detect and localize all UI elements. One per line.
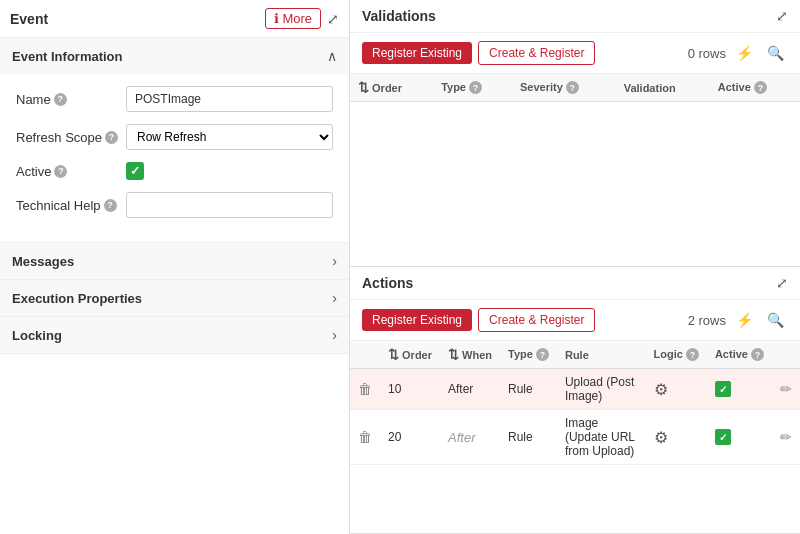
- delete-icon[interactable]: 🗑: [358, 381, 372, 397]
- locking-title: Locking: [12, 328, 62, 343]
- edit-cell: ✏: [772, 410, 800, 465]
- validations-row-count: 0 rows: [688, 46, 726, 61]
- more-button[interactable]: ℹ More: [265, 8, 321, 29]
- sort-icon: ⇅: [448, 347, 459, 362]
- header-actions: ℹ More ⤢: [265, 8, 339, 29]
- technical-help-row: Technical Help ?: [16, 192, 333, 218]
- type-cell: Rule: [500, 410, 557, 465]
- left-panel: Event ℹ More ⤢ Event Information ∧ Name …: [0, 0, 350, 534]
- name-label: Name ?: [16, 92, 126, 107]
- logic-cell: ⚙: [646, 369, 707, 410]
- actions-table-header-row: ⇅ Order ⇅ When Type ? Rule Logic ?: [350, 341, 800, 369]
- actions-section: Actions ⤢ Register Existing Create & Reg…: [350, 267, 800, 534]
- technical-help-input[interactable]: [126, 192, 333, 218]
- actions-header: Actions ⤢: [350, 267, 800, 300]
- table-row: 🗑 10 After Rule Upload (Post Image) ⚙: [350, 369, 800, 410]
- validations-table-header-row: ⇅ Order Type ? Severity ? Validation Act…: [350, 74, 800, 102]
- name-row: Name ?: [16, 86, 333, 112]
- active-check-icon: [715, 429, 731, 445]
- refresh-scope-help-icon[interactable]: ?: [105, 131, 118, 144]
- validations-expand-icon[interactable]: ⤢: [776, 8, 788, 24]
- active-val-help-icon[interactable]: ?: [754, 81, 767, 94]
- event-information-title: Event Information: [12, 49, 123, 64]
- delete-icon[interactable]: 🗑: [358, 429, 372, 445]
- type-help-icon[interactable]: ?: [469, 81, 482, 94]
- actions-expand-icon[interactable]: ⤢: [776, 275, 788, 291]
- refresh-scope-select[interactable]: Row Refresh Full Page Refresh No Refresh: [126, 124, 333, 150]
- technical-help-help-icon[interactable]: ?: [104, 199, 117, 212]
- validations-col-active: Active ?: [710, 74, 800, 102]
- logic-help-icon[interactable]: ?: [686, 348, 699, 361]
- validations-search-button[interactable]: 🔍: [763, 43, 788, 63]
- when-cell: After: [440, 410, 500, 465]
- actions-table-body: 🗑 10 After Rule Upload (Post Image) ⚙: [350, 369, 800, 465]
- messages-title: Messages: [12, 254, 74, 269]
- validations-table: ⇅ Order Type ? Severity ? Validation Act…: [350, 74, 800, 102]
- edit-cell: ✏: [772, 369, 800, 410]
- actions-table: ⇅ Order ⇅ When Type ? Rule Logic ?: [350, 341, 800, 465]
- active-checkbox[interactable]: [126, 162, 144, 180]
- actions-col-type: Type ?: [500, 341, 557, 369]
- validations-register-existing-button[interactable]: Register Existing: [362, 42, 472, 64]
- logic-cell: ⚙: [646, 410, 707, 465]
- delete-cell: 🗑: [350, 410, 380, 465]
- validations-title: Validations: [362, 8, 436, 24]
- rule-cell: Upload (Post Image): [557, 369, 646, 410]
- actions-col-active: Active ?: [707, 341, 772, 369]
- name-help-icon[interactable]: ?: [54, 93, 67, 106]
- validations-col-severity: Severity ?: [512, 74, 616, 102]
- chevron-up-icon: ∧: [327, 48, 337, 64]
- active-cell: [707, 369, 772, 410]
- logic-icon: ⚙: [654, 429, 668, 446]
- expand-icon[interactable]: ⤢: [327, 11, 339, 27]
- actions-title: Actions: [362, 275, 413, 291]
- actions-create-register-button[interactable]: Create & Register: [478, 308, 595, 332]
- name-input[interactable]: [126, 86, 333, 112]
- validations-filter-button[interactable]: ⚡: [732, 43, 757, 63]
- messages-chevron-icon: ›: [332, 253, 337, 269]
- locking-header[interactable]: Locking ›: [0, 317, 349, 353]
- when-cell: After: [440, 369, 500, 410]
- active-help-icon[interactable]: ?: [54, 165, 67, 178]
- severity-help-icon[interactable]: ?: [566, 81, 579, 94]
- edit-icon[interactable]: ✏: [780, 429, 792, 445]
- execution-properties-chevron-icon: ›: [332, 290, 337, 306]
- validations-create-register-button[interactable]: Create & Register: [478, 41, 595, 65]
- technical-help-label: Technical Help ?: [16, 198, 126, 213]
- actions-row-count-area: 2 rows ⚡ 🔍: [688, 310, 788, 330]
- active-label: Active ?: [16, 164, 126, 179]
- actions-register-existing-button[interactable]: Register Existing: [362, 309, 472, 331]
- refresh-scope-label: Refresh Scope ?: [16, 130, 126, 145]
- order-cell: 10: [380, 369, 440, 410]
- panel-header: Event ℹ More ⤢: [0, 0, 349, 38]
- execution-properties-header[interactable]: Execution Properties ›: [0, 280, 349, 316]
- actions-search-button[interactable]: 🔍: [763, 310, 788, 330]
- rule-cell: Image (Update URL from Upload): [557, 410, 646, 465]
- event-information-header[interactable]: Event Information ∧: [0, 38, 349, 74]
- type-act-help-icon[interactable]: ?: [536, 348, 549, 361]
- messages-section: Messages ›: [0, 243, 349, 280]
- validations-col-type: Type ?: [433, 74, 512, 102]
- validations-col-validation: Validation: [616, 74, 710, 102]
- type-cell: Rule: [500, 369, 557, 410]
- panel-title: Event: [10, 11, 48, 27]
- actions-filter-button[interactable]: ⚡: [732, 310, 757, 330]
- execution-properties-section: Execution Properties ›: [0, 280, 349, 317]
- active-check-icon: [715, 381, 731, 397]
- table-row: 🗑 20 After Rule Image (Update URL from U…: [350, 410, 800, 465]
- validations-table-area: ⇅ Order Type ? Severity ? Validation Act…: [350, 74, 800, 266]
- order-cell: 20: [380, 410, 440, 465]
- validations-section: Validations ⤢ Register Existing Create &…: [350, 0, 800, 267]
- event-information-section: Event Information ∧ Name ? Refresh Scope…: [0, 38, 349, 243]
- event-information-content: Name ? Refresh Scope ? Row Refresh Full …: [0, 74, 349, 242]
- messages-header[interactable]: Messages ›: [0, 243, 349, 279]
- actions-col-logic: Logic ?: [646, 341, 707, 369]
- edit-icon[interactable]: ✏: [780, 381, 792, 397]
- validations-header: Validations ⤢: [350, 0, 800, 33]
- actions-col-edit: [772, 341, 800, 369]
- refresh-scope-row: Refresh Scope ? Row Refresh Full Page Re…: [16, 124, 333, 150]
- actions-row-count: 2 rows: [688, 313, 726, 328]
- active-act-help-icon[interactable]: ?: [751, 348, 764, 361]
- execution-properties-title: Execution Properties: [12, 291, 142, 306]
- logic-icon: ⚙: [654, 381, 668, 398]
